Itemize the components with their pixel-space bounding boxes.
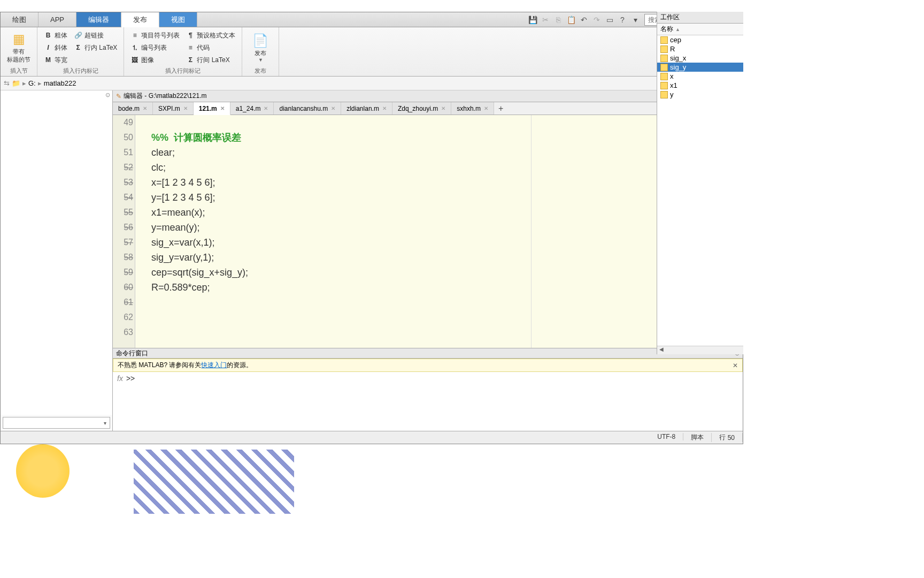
details-dropdown[interactable]: ▾	[3, 417, 110, 429]
hint-pre: 不熟悉 MATLAB? 请参阅有关	[118, 361, 201, 370]
image-button[interactable]: 🖼图像	[128, 54, 182, 66]
tab-close-icon[interactable]: ✕	[382, 105, 387, 111]
code-line[interactable]: clear;	[151, 145, 733, 160]
status-encoding: UTF-8	[650, 433, 683, 440]
paste-icon[interactable]: 📋	[565, 14, 577, 26]
code-line[interactable]	[151, 115, 733, 130]
tab-close-icon[interactable]: ✕	[183, 105, 188, 111]
file-tab[interactable]: a1_24.m✕	[230, 102, 274, 115]
file-tab[interactable]: SXPI.m✕	[153, 102, 194, 115]
mono-button[interactable]: M等宽	[42, 54, 70, 66]
code-line[interactable]: %% 计算圆概率误差	[151, 130, 733, 145]
hyperlink-button[interactable]: 🔗超链接	[72, 29, 119, 41]
bullet-list-button[interactable]: ≡项目符号列表	[128, 29, 182, 41]
file-tab[interactable]: Zdq_zhouyi.m✕	[392, 102, 451, 115]
workspace-variable[interactable]: cep	[657, 35, 743, 44]
redo-icon[interactable]: ↷	[591, 14, 603, 26]
path-folder[interactable]: matlab222	[44, 79, 76, 87]
tab-close-icon[interactable]: ✕	[264, 105, 268, 111]
inline-latex-button[interactable]: Σ行内 LaTeX	[72, 42, 119, 54]
section-button[interactable]: ▦ 带有 标题的节	[5, 29, 33, 66]
variable-name: sig_x	[670, 54, 686, 62]
scroll-left-icon[interactable]: ◀	[657, 346, 666, 354]
variable-icon	[660, 73, 668, 80]
file-tab-label: zldianlan.m	[346, 105, 379, 112]
code-line[interactable]: sig_x=var(x,1);	[151, 235, 733, 250]
window-icon[interactable]: ▭	[604, 14, 615, 26]
hint-link[interactable]: 快速入门	[201, 361, 227, 370]
code-area[interactable]: %% 计算圆概率误差clear;clc;x=[1 2 3 4 5 6];y=[1…	[135, 115, 733, 348]
code-line[interactable]	[151, 310, 733, 325]
bullet-icon: ≡	[130, 32, 139, 39]
cut-icon[interactable]: ✂	[540, 14, 551, 26]
tab-close-icon[interactable]: ✕	[331, 105, 335, 111]
tab-app[interactable]: APP	[38, 12, 76, 27]
new-tab-button[interactable]: +	[494, 102, 507, 115]
code-line[interactable]: cep=sqrt(sig_x+sig_y);	[151, 265, 733, 280]
code-line[interactable]: y=mean(y);	[151, 220, 733, 235]
tab-plot[interactable]: 绘图	[1, 12, 38, 27]
tab-close-icon[interactable]: ✕	[220, 105, 225, 111]
fx-icon[interactable]: fx	[117, 374, 123, 383]
code-editor[interactable]: 49 50 51 —52 —53 —54 —55 —56 —57 —58 —59…	[113, 115, 743, 348]
workspace-variable[interactable]: R	[657, 44, 743, 54]
tab-editor[interactable]: 编辑器	[76, 12, 121, 27]
save-icon[interactable]: 💾	[527, 14, 538, 26]
tab-publish[interactable]: 发布	[121, 12, 159, 27]
workspace-hscroll[interactable]: ◀	[657, 346, 743, 354]
code-line[interactable]: x=[1 2 3 4 5 6];	[151, 175, 733, 190]
tab-view[interactable]: 视图	[159, 12, 197, 27]
path-drive[interactable]: G:	[28, 79, 36, 87]
gutter-line: 62	[113, 310, 132, 325]
code-button[interactable]: ≡代码	[184, 42, 237, 54]
folder-tree[interactable]: ⊙	[1, 90, 112, 415]
sigma2-icon: Σ	[186, 56, 195, 64]
gutter-line: 60 —	[113, 280, 132, 295]
line-latex-button[interactable]: Σ行间 LaTeX	[184, 54, 237, 66]
workspace-variable[interactable]: x	[657, 72, 743, 81]
code-line[interactable]: x1=mean(x);	[151, 205, 733, 220]
italic-button[interactable]: I斜体	[42, 42, 70, 54]
code-line[interactable]: clc;	[151, 160, 733, 175]
file-tab[interactable]: sxhxh.m✕	[451, 102, 494, 115]
copy-icon[interactable]: ⎘	[552, 14, 564, 26]
publish-button[interactable]: 📄 发布 ▼	[247, 29, 274, 66]
file-tab[interactable]: zldianlan.m✕	[341, 102, 392, 115]
tab-close-icon[interactable]: ✕	[484, 105, 488, 111]
numlist-icon: ⒈	[130, 43, 139, 52]
command-prompt: >>	[126, 374, 135, 383]
workspace-variable[interactable]: y	[657, 90, 743, 99]
preformat-button[interactable]: ¶预设格式文本	[184, 29, 237, 41]
workspace-variable[interactable]: sig_y	[657, 63, 743, 72]
undo-icon[interactable]: ↶	[578, 14, 590, 26]
code-line[interactable]	[151, 295, 733, 310]
code-line[interactable]: y=[1 2 3 4 5 6];	[151, 190, 733, 205]
gutter-line: 56 —	[113, 220, 132, 235]
help-icon[interactable]: ?	[617, 14, 628, 26]
variable-icon	[660, 45, 668, 53]
publish-icon: 📄	[252, 33, 268, 48]
bold-button[interactable]: B粗体	[42, 29, 70, 41]
status-bar: UTF-8 脚本 行 50	[1, 431, 743, 444]
workspace-variable[interactable]: x1	[657, 81, 743, 90]
variable-name: x	[670, 72, 674, 80]
status-line: 行 50	[712, 433, 743, 442]
file-tab[interactable]: dianlancanshu.m✕	[274, 102, 341, 115]
workspace-panel: 工作区 名称 ▲ cepRsig_xsig_yxx1y ◀	[657, 12, 743, 354]
workspace-variable[interactable]: sig_x	[657, 54, 743, 63]
code-line[interactable]	[151, 325, 733, 340]
nav-arrows[interactable]: ⇆	[4, 79, 10, 87]
workspace-column-name[interactable]: 名称 ▲	[657, 24, 743, 35]
panel-menu-icon[interactable]: ⊙	[105, 92, 110, 98]
tab-close-icon[interactable]: ✕	[441, 105, 445, 111]
dropdown-icon[interactable]: ▾	[629, 14, 641, 26]
preformat-icon: ¶	[186, 32, 195, 39]
code-line[interactable]: sig_y=var(y,1);	[151, 250, 733, 265]
command-input-area[interactable]: fx >>	[113, 372, 743, 431]
code-line[interactable]: R=0.589*cep;	[151, 280, 733, 295]
file-tab[interactable]: bode.m✕	[113, 102, 153, 115]
tab-close-icon[interactable]: ✕	[143, 105, 147, 111]
num-list-button[interactable]: ⒈编号列表	[128, 42, 182, 54]
hint-close-icon[interactable]: ✕	[733, 362, 738, 369]
file-tab[interactable]: 121.m✕	[194, 102, 230, 115]
